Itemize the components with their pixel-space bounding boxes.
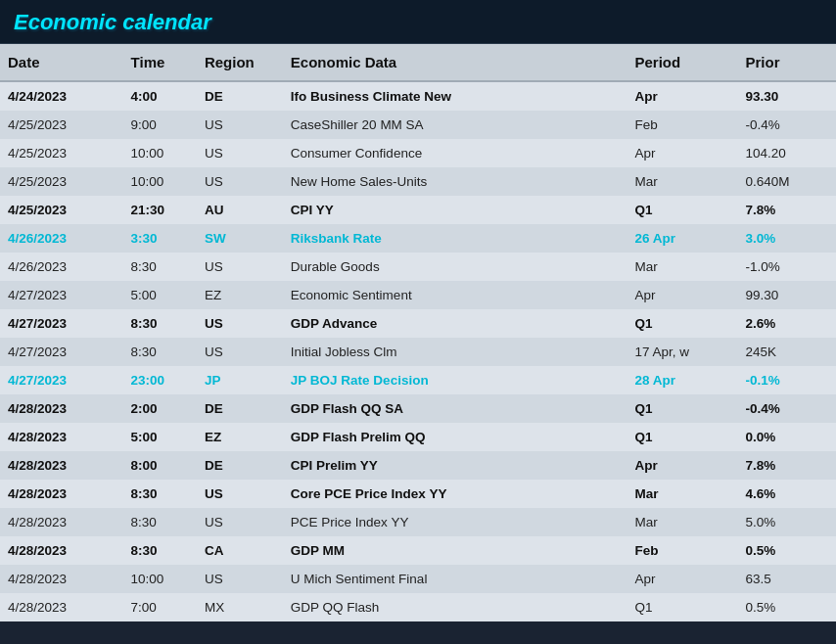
table-row: 4/27/20235:00EZEconomic SentimentApr99.3… (0, 281, 836, 309)
table-row: 4/24/20234:00DEIfo Business Climate NewA… (0, 81, 836, 111)
header-prior: Prior (737, 44, 836, 81)
header-economic-data: Economic Data (283, 44, 627, 81)
table-row: 4/28/20232:00DEGDP Flash QQ SAQ1-0.4% (0, 394, 836, 423)
table-row: 4/25/20239:00USCaseShiller 20 MM SAFeb-0… (0, 111, 836, 139)
table-row: 4/28/20238:30USPCE Price Index YYMar5.0% (0, 508, 836, 536)
table-header-row: Date Time Region Economic Data Period Pr… (0, 44, 836, 81)
economic-calendar-table: Date Time Region Economic Data Period Pr… (0, 44, 836, 621)
table-row: 4/27/20238:30USInitial Jobless Clm17 Apr… (0, 338, 836, 366)
table-row: 4/27/20238:30USGDP AdvanceQ12.6% (0, 309, 836, 338)
table-row: 4/28/202310:00USU Mich Sentiment FinalAp… (0, 565, 836, 593)
page-title: Economic calendar (14, 10, 822, 35)
table-row: 4/25/202321:30AUCPI YYQ17.8% (0, 196, 836, 224)
table-row: 4/26/20233:30SWRiksbank Rate26 Apr3.0% (0, 224, 836, 253)
table-row: 4/28/20238:30CAGDP MMFeb0.5% (0, 536, 836, 565)
calendar-table-container: Date Time Region Economic Data Period Pr… (0, 44, 836, 621)
title-bar: Economic calendar (0, 0, 836, 44)
table-row: 4/28/20237:00MXGDP QQ FlashQ10.5% (0, 593, 836, 621)
header-date: Date (0, 44, 123, 81)
table-row: 4/28/20238:00DECPI Prelim YYApr7.8% (0, 451, 836, 480)
table-row: 4/25/202310:00USConsumer ConfidenceApr10… (0, 139, 836, 167)
table-row: 4/28/20238:30USCore PCE Price Index YYMa… (0, 480, 836, 508)
header-time: Time (123, 44, 197, 81)
table-row: 4/27/202323:00JPJP BOJ Rate Decision28 A… (0, 366, 836, 394)
table-row: 4/26/20238:30USDurable GoodsMar-1.0% (0, 253, 836, 281)
header-region: Region (197, 44, 283, 81)
header-period: Period (627, 44, 737, 81)
table-row: 4/28/20235:00EZGDP Flash Prelim QQQ10.0% (0, 423, 836, 451)
table-row: 4/25/202310:00USNew Home Sales-UnitsMar0… (0, 167, 836, 196)
